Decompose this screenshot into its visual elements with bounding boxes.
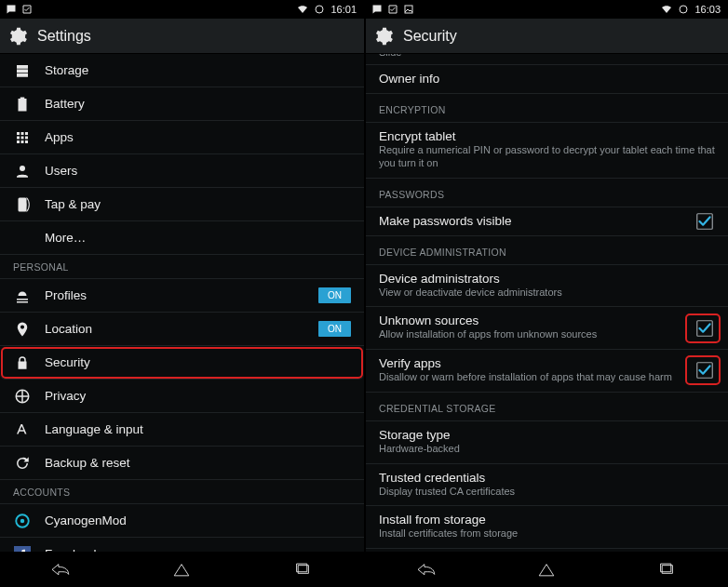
pref-title: Trusted credentials <box>379 471 715 485</box>
settings-item-privacy[interactable]: Privacy <box>0 380 364 413</box>
security-screen: 16:03 Security Screen lockSlideOwner inf… <box>364 0 728 587</box>
settings-item-apps[interactable]: Apps <box>0 121 364 154</box>
section-label: PERSONAL <box>13 261 69 273</box>
settings-item-more-[interactable]: More… <box>0 221 364 255</box>
item-label: Backup & reset <box>45 456 130 470</box>
profiles-icon <box>13 287 32 304</box>
battery-icon <box>13 96 32 113</box>
pref-install-from-storage[interactable]: Install from storageInstall certificates… <box>366 506 728 549</box>
section-header: PERSONAL <box>0 255 364 279</box>
settings-item-storage[interactable]: Storage <box>0 54 364 87</box>
recents-button[interactable] <box>647 558 688 580</box>
checkbox[interactable] <box>694 360 715 380</box>
toggle-on[interactable]: ON <box>318 321 351 337</box>
settings-item-language-input[interactable]: Language & input <box>0 413 364 447</box>
pref-owner-info[interactable]: Owner info <box>366 65 728 94</box>
pref-title: Install from storage <box>379 513 715 527</box>
users-icon <box>13 163 32 180</box>
pref-make-passwords-visible[interactable]: Make passwords visible <box>366 207 728 236</box>
svg-rect-16 <box>697 363 713 379</box>
pref-device-administrators[interactable]: Device administratorsView or deactivate … <box>366 265 728 308</box>
item-label: Language & input <box>45 422 143 436</box>
svg-point-0 <box>316 6 323 13</box>
section-header: ENCRYPTION <box>366 94 728 123</box>
nav-bar <box>0 552 364 587</box>
app-bar-title: Security <box>403 28 457 45</box>
svg-rect-15 <box>697 320 713 336</box>
checkbox[interactable] <box>694 318 715 339</box>
section-label: DEVICE ADMINISTRATION <box>379 247 506 258</box>
section-label: CREDENTIAL STORAGE <box>379 403 496 414</box>
pref-unknown-sources[interactable]: Unknown sourcesAllow installation of app… <box>366 307 728 350</box>
back-button[interactable] <box>40 558 81 580</box>
pref-storage-type[interactable]: Storage typeHardware-backed <box>366 421 728 464</box>
status-clock: 16:03 <box>694 4 721 15</box>
item-label: CyanogenMod <box>45 514 127 527</box>
screenshot-icon <box>403 4 414 15</box>
item-label: Security <box>45 355 90 369</box>
location-icon <box>13 321 32 338</box>
backup-icon <box>13 455 32 472</box>
checkbox[interactable] <box>694 211 715 232</box>
pref-title: Owner info <box>379 72 715 86</box>
home-button[interactable] <box>161 558 202 580</box>
pref-encrypt-tablet[interactable]: Encrypt tabletRequire a numerical PIN or… <box>366 123 728 179</box>
pref-subtitle: Slide <box>379 54 715 60</box>
settings-screen: 16:01 Settings StorageBatteryAppsUsersTa… <box>0 0 364 587</box>
section-label: ENCRYPTION <box>379 104 446 115</box>
status-clock: 16:01 <box>330 4 357 15</box>
pref-title: Device administrators <box>379 272 715 286</box>
pref-clear-credentials: Clear credentialsRemove all certificates <box>366 549 728 552</box>
item-label: Location <box>45 322 92 336</box>
lang-icon <box>13 421 32 438</box>
pref-title: Storage type <box>379 428 715 442</box>
settings-item-cyanogenmod[interactable]: CyanogenMod <box>0 504 364 538</box>
apps-icon <box>13 129 32 146</box>
app-bar: Security <box>366 19 728 54</box>
notification-icon <box>21 4 33 15</box>
cyan-icon <box>13 513 32 529</box>
pref-screen-lock[interactable]: Screen lockSlide <box>366 54 728 65</box>
settings-item-facebook[interactable]: Facebook <box>0 538 364 552</box>
item-label: Facebook <box>45 547 100 552</box>
pref-subtitle: Display trusted CA certificates <box>379 486 715 499</box>
item-label: Apps <box>45 130 74 144</box>
pref-subtitle: Disallow or warn before installation of … <box>379 371 715 384</box>
back-button[interactable] <box>406 558 447 580</box>
recents-button[interactable] <box>283 558 324 580</box>
security-list[interactable]: Screen lockSlideOwner infoENCRYPTIONEncr… <box>366 54 728 552</box>
pref-subtitle: Allow installation of apps from unknown … <box>379 328 715 341</box>
item-label: Users <box>45 164 77 178</box>
settings-list[interactable]: StorageBatteryAppsUsersTap & payMore…PER… <box>0 54 364 552</box>
settings-item-battery[interactable]: Battery <box>0 87 364 121</box>
fb-icon <box>13 546 32 553</box>
home-button[interactable] <box>526 558 567 580</box>
settings-gear-icon <box>7 26 28 47</box>
item-label: Privacy <box>45 389 86 403</box>
notification-icon <box>387 4 398 15</box>
settings-item-location[interactable]: LocationON <box>0 313 364 346</box>
settings-item-tap-pay[interactable]: Tap & pay <box>0 188 364 221</box>
wifi-icon <box>661 4 672 15</box>
storage-icon <box>13 62 32 79</box>
svg-point-1 <box>20 166 25 171</box>
settings-item-backup-reset[interactable]: Backup & reset <box>0 447 364 480</box>
pref-subtitle: Require a numerical PIN or password to d… <box>379 144 715 170</box>
status-bar: 16:01 <box>0 0 364 19</box>
pref-verify-apps[interactable]: Verify appsDisallow or warn before insta… <box>366 350 728 393</box>
toggle-on[interactable]: ON <box>318 287 351 303</box>
pref-title: Encrypt tablet <box>379 129 715 143</box>
status-bar: 16:03 <box>366 0 728 19</box>
wifi-icon <box>297 4 308 15</box>
pref-trusted-credentials[interactable]: Trusted credentialsDisplay trusted CA ce… <box>366 464 728 507</box>
pref-subtitle: Hardware-backed <box>379 443 715 456</box>
privacy-icon <box>13 388 32 405</box>
section-label: PASSWORDS <box>379 189 444 200</box>
settings-item-profiles[interactable]: ProfilesON <box>0 279 364 313</box>
notification-icon <box>371 4 383 15</box>
settings-item-users[interactable]: Users <box>0 154 364 188</box>
settings-item-security[interactable]: Security <box>0 346 364 380</box>
nfc-icon <box>13 196 32 213</box>
settings-gear-icon[interactable] <box>373 26 394 47</box>
section-label: ACCOUNTS <box>13 487 70 498</box>
